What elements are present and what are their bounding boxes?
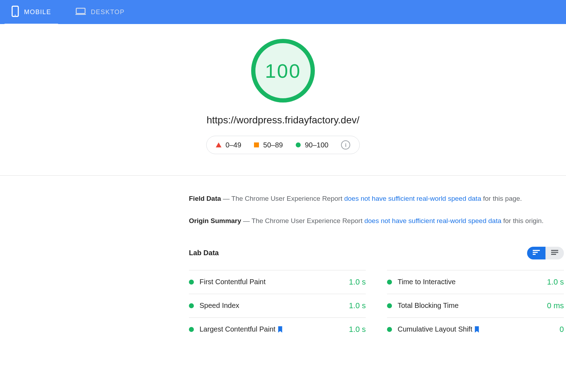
field-data-paragraph: Field Data — The Chrome User Experience … bbox=[189, 193, 564, 204]
origin-summary-paragraph: Origin Summary — The Chrome User Experie… bbox=[189, 216, 564, 226]
tabs-bar: MOBILE DESKTOP bbox=[0, 0, 566, 24]
metric-tbt-name: Total Blocking Time bbox=[398, 302, 458, 310]
metric-cls-name: Cumulative Layout Shift bbox=[398, 325, 472, 333]
metric-fcp-name: First Contentful Paint bbox=[200, 278, 266, 286]
svg-rect-6 bbox=[533, 254, 536, 255]
score-legend: 0–49 50–89 90–100 i bbox=[206, 136, 360, 154]
status-dot-icon bbox=[387, 303, 392, 308]
bookmark-icon bbox=[278, 326, 283, 333]
lab-data-title: Lab Data bbox=[189, 249, 219, 257]
legend-poor-label: 0–49 bbox=[226, 141, 242, 149]
desktop-icon bbox=[75, 7, 86, 17]
bookmark-icon bbox=[474, 326, 479, 333]
origin-summary-suffix: for this origin. bbox=[501, 217, 543, 224]
svg-point-1 bbox=[15, 14, 16, 16]
svg-rect-2 bbox=[76, 8, 85, 13]
origin-summary-link[interactable]: does not have sufficient real-world spee… bbox=[364, 217, 501, 224]
svg-rect-5 bbox=[533, 252, 538, 253]
view-toggle bbox=[527, 247, 564, 259]
metric-tti-value: 1.0 s bbox=[547, 277, 564, 287]
square-icon bbox=[254, 142, 259, 147]
metric-fcp-value: 1.0 s bbox=[349, 277, 366, 287]
origin-summary-prefix: — The Chrome User Experience Report bbox=[241, 217, 364, 224]
svg-rect-4 bbox=[533, 250, 540, 251]
status-dot-icon bbox=[189, 327, 194, 332]
mobile-icon bbox=[11, 6, 19, 19]
legend-average: 50–89 bbox=[254, 141, 283, 149]
legend-good: 90–100 bbox=[296, 141, 329, 149]
tab-desktop[interactable]: DESKTOP bbox=[71, 0, 129, 24]
status-dot-icon bbox=[189, 303, 194, 308]
metric-si[interactable]: Speed Index 1.0 s bbox=[189, 294, 366, 317]
field-data-link[interactable]: does not have sufficient real-world spee… bbox=[344, 195, 481, 202]
metric-tti[interactable]: Time to Interactive 1.0 s bbox=[387, 270, 564, 294]
metric-lcp-value: 1.0 s bbox=[349, 325, 366, 334]
circle-icon bbox=[296, 142, 301, 147]
metric-lcp[interactable]: Largest Contentful Paint 1.0 s bbox=[189, 317, 366, 341]
svg-rect-3 bbox=[75, 14, 86, 15]
view-compact-button[interactable] bbox=[545, 247, 564, 259]
score-gauge: 100 bbox=[251, 39, 315, 103]
metric-tti-name: Time to Interactive bbox=[398, 278, 456, 286]
legend-average-label: 50–89 bbox=[263, 141, 283, 149]
metric-tbt-value: 0 ms bbox=[547, 301, 564, 310]
metric-si-value: 1.0 s bbox=[349, 301, 366, 310]
origin-summary-title: Origin Summary bbox=[189, 217, 241, 224]
metric-cls-value: 0 bbox=[560, 325, 564, 334]
metric-fcp[interactable]: First Contentful Paint 1.0 s bbox=[189, 270, 366, 294]
tab-mobile-label: MOBILE bbox=[24, 8, 51, 16]
svg-rect-9 bbox=[551, 254, 556, 255]
report-body: Field Data — The Chrome User Experience … bbox=[189, 176, 564, 355]
status-dot-icon bbox=[387, 327, 392, 332]
view-expanded-button[interactable] bbox=[527, 247, 545, 259]
tab-mobile[interactable]: MOBILE bbox=[7, 0, 56, 24]
lab-metrics-grid: First Contentful Paint 1.0 s Speed Index… bbox=[189, 270, 564, 341]
legend-poor: 0–49 bbox=[216, 141, 242, 149]
svg-rect-8 bbox=[551, 252, 558, 253]
metric-tbt[interactable]: Total Blocking Time 0 ms bbox=[387, 294, 564, 317]
compact-list-icon bbox=[551, 250, 558, 256]
tab-desktop-label: DESKTOP bbox=[91, 8, 125, 16]
legend-good-label: 90–100 bbox=[305, 141, 329, 149]
info-icon[interactable]: i bbox=[341, 140, 350, 150]
tested-url: https://wordpress.fridayfactory.dev/ bbox=[207, 115, 359, 126]
status-dot-icon bbox=[189, 280, 194, 285]
triangle-icon bbox=[216, 142, 221, 147]
svg-rect-7 bbox=[551, 250, 558, 251]
lab-data-header: Lab Data bbox=[189, 247, 564, 259]
field-data-title: Field Data bbox=[189, 195, 221, 202]
metric-lcp-name: Largest Contentful Paint bbox=[200, 325, 276, 333]
metric-cls[interactable]: Cumulative Layout Shift 0 bbox=[387, 317, 564, 341]
metric-si-name: Speed Index bbox=[200, 302, 239, 310]
score-section: 100 https://wordpress.fridayfactory.dev/… bbox=[0, 24, 566, 176]
list-icon bbox=[533, 250, 540, 256]
field-data-prefix: — The Chrome User Experience Report bbox=[221, 195, 344, 202]
status-dot-icon bbox=[387, 280, 392, 285]
field-data-suffix: for this page. bbox=[481, 195, 522, 202]
score-value: 100 bbox=[265, 59, 301, 82]
